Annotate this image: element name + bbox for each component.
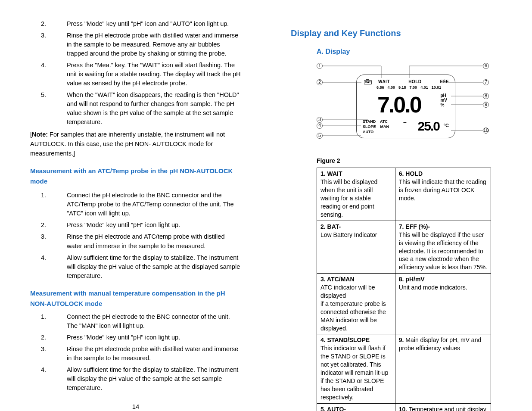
list-index: 3. (30, 232, 67, 250)
callout-1: 1 (317, 63, 323, 69)
figure-2-diagram: BAT WAIT HOLD EFF 6.86 4.00 9.18 7.00 4.… (317, 62, 502, 152)
page-number: 14 (30, 402, 241, 411)
cell-body: This will be displayed if the user is vi… (399, 231, 487, 271)
neg-sign: – (403, 118, 407, 127)
list-body: Allow sufficient time for the display to… (67, 365, 241, 392)
callout-4: 4 (317, 123, 323, 129)
cell-body: This will be displayed when the unit is … (320, 178, 377, 218)
callout-6: 6 (483, 63, 489, 69)
cell-heading: 1. WAIT (320, 170, 342, 177)
auto-row: AUTO (363, 129, 389, 134)
callout-5: 5 (317, 133, 323, 139)
list-body: Connect the pH electrode to the BNC conn… (67, 312, 241, 330)
list-body: Press the "Mea." key. The "WAIT" icon wi… (67, 61, 241, 88)
callout-7: 7 (483, 79, 489, 85)
list-body: Rinse the pH electrode probe with distil… (67, 345, 241, 363)
list-body: When the "WAIT" icon disappears, the rea… (67, 90, 241, 127)
callout-9: 9 (483, 102, 489, 108)
instruction-list-1: 2.Press "Mode" key until "pH" icon and "… (30, 19, 241, 127)
list-index: 4. (30, 253, 67, 280)
hold-indicator: HOLD (408, 79, 421, 85)
subheading-atc-nonautolock: Measurement with an ATC/Temp probe in th… (30, 166, 241, 187)
cell-heading: 10. (399, 406, 407, 411)
list-index: 5. (30, 90, 67, 127)
callout-3: 3 (317, 117, 323, 123)
list-index: 1. (30, 191, 67, 218)
buf-val: 10.01 (432, 85, 442, 90)
cell-body: This indicator will flash if the STAND o… (320, 345, 388, 400)
list-index: 4. (30, 365, 67, 392)
slope-man-row: SLOPE MAN (363, 124, 389, 129)
temp-reading: 25.0 (418, 117, 439, 136)
page-14: 2.Press "Mode" key until "pH" icon and "… (30, 19, 241, 411)
callout-10: 10 (483, 128, 489, 134)
list-body: Rinse the pH electrode probe with distil… (67, 31, 241, 58)
callout-2: 2 (317, 79, 323, 85)
ph-unit: pH (440, 93, 447, 98)
degc-unit: °C (444, 122, 449, 129)
cell-heading: 5. AUTO- (320, 406, 346, 411)
figure-label: Figure 2 (317, 156, 502, 165)
list-index: 3. (30, 31, 67, 58)
note-body: For samples that are inherently unstable… (30, 131, 225, 157)
cell-body: ATC indicator will be displayed if a tem… (320, 284, 386, 331)
cell-heading: 7. EFF (%)- (399, 223, 430, 230)
list-index: 2. (30, 19, 67, 28)
list-body: Rinse the pH electrode and ATC/temp prob… (67, 232, 241, 250)
subheading-manual-nonautolock: Measurement with manual temperature comp… (30, 288, 241, 309)
cell-body: Low Battery Indicator (320, 231, 377, 238)
cell-heading: 4. STAND/SLOPE (320, 336, 370, 343)
callout-8: 8 (483, 93, 489, 99)
cell-heading: 9. (399, 336, 404, 343)
note-label: Note: (32, 131, 48, 138)
note-block: [Note: For samples that are inherently u… (30, 130, 241, 158)
list-index: 3. (30, 345, 67, 363)
list-index: 2. (30, 333, 67, 342)
display-description-table: 1. WAITThis will be displayed when the u… (317, 168, 491, 411)
list-body: Connect the pH electrode to the BNC conn… (67, 191, 241, 218)
list-index: 1. (30, 312, 67, 330)
list-body: Press "Mode" key until "pH" icon and "AU… (67, 19, 241, 28)
page-7: Display and Key Functions A. Display BAT… (291, 19, 502, 411)
main-reading: 7.0.0 (377, 89, 421, 121)
list-body: Allow sufficient time for the display to… (67, 253, 241, 280)
mv-unit: mV (440, 98, 447, 103)
heading-display-key-functions: Display and Key Functions (291, 27, 502, 40)
cell-heading: 8. pH/mV (399, 276, 425, 283)
subheading-display: A. Display (317, 47, 502, 56)
list-body: Press "Mode" key until "pH" icon light u… (67, 221, 241, 230)
wait-indicator: WAIT (378, 79, 390, 85)
cell-heading: 2. BAT- (320, 223, 341, 230)
cell-body: Temperature and unit display (407, 406, 486, 411)
list-index: 4. (30, 61, 67, 88)
pct-unit: % (440, 103, 447, 107)
stand-atc-row: STAND ATC (363, 119, 389, 124)
list-body: Press "Mode" key until "pH" icon light u… (67, 333, 241, 342)
buf-val: 4.01 (420, 85, 428, 90)
list-index: 2. (30, 221, 67, 230)
eff-indicator: EFF (440, 79, 449, 85)
cell-body: Main display for pH, mV and probe effici… (399, 336, 481, 352)
cell-body: Unit and mode indicators. (399, 284, 467, 291)
cell-heading: 6. HOLD (399, 170, 423, 177)
instruction-list-2: 1.Connect the pH electrode to the BNC co… (30, 191, 241, 280)
cell-heading: 3. ATC/MAN (320, 276, 355, 283)
instruction-list-3: 1.Connect the pH electrode to the BNC co… (30, 312, 241, 392)
cell-body: This will indicate that the reading is f… (399, 178, 486, 202)
lcd-screen: BAT WAIT HOLD EFF 6.86 4.00 9.18 7.00 4.… (356, 75, 455, 138)
